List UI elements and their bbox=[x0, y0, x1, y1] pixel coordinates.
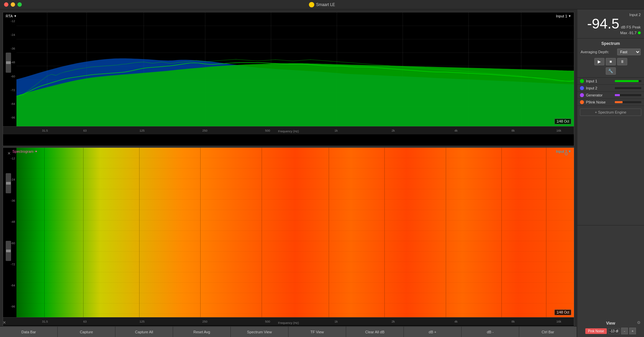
capture-button[interactable]: Capture bbox=[58, 327, 115, 337]
right-panel: Input 2 -94.5 dB FS Peak Max -91.7 Spect… bbox=[577, 9, 644, 337]
freq-label-16k: 16k bbox=[556, 129, 561, 132]
spectrum-view-button[interactable]: Spectrum View bbox=[231, 327, 288, 337]
level-meter: Input 2 -94.5 dB FS Peak Max -91.7 bbox=[577, 9, 644, 39]
level-slider-spectro-top[interactable] bbox=[6, 173, 11, 193]
title-bar: Smaart LE bbox=[0, 0, 644, 9]
freq-label-2k: 2k bbox=[392, 129, 395, 132]
freq-axis-rta: 31.5 63 125 250 500 1k 2k 4k 8k 16k Freq… bbox=[3, 126, 574, 134]
db-input[interactable] bbox=[608, 328, 620, 334]
spectro-freq-axis-label: Frequency (Hz) bbox=[278, 321, 299, 325]
data-bar-button[interactable]: Data Bar bbox=[0, 327, 58, 337]
app-icon bbox=[309, 2, 314, 7]
freq-label-1k: 1k bbox=[334, 129, 338, 132]
play-button[interactable]: ▶ bbox=[594, 58, 604, 65]
spectrogram-settings-icon[interactable]: ⚙ bbox=[564, 151, 569, 156]
spectro-freq-250: 250 bbox=[202, 320, 207, 323]
input-1-level-bar bbox=[615, 80, 642, 82]
input-item-2: Input 2 bbox=[577, 85, 644, 92]
minimize-button[interactable] bbox=[11, 2, 15, 7]
spectro-freq-63: 63 bbox=[83, 320, 87, 323]
spectro-freq-500: 500 bbox=[265, 320, 270, 323]
clear-all-db-button[interactable]: Clear All dB bbox=[346, 327, 404, 337]
octave-selector-rta[interactable]: 1/48 Oct bbox=[554, 119, 571, 124]
tf-view-button[interactable]: TF View bbox=[288, 327, 346, 337]
generator-dot bbox=[580, 93, 584, 97]
input-1-level-fill bbox=[615, 80, 639, 82]
input-items: Input 1 Input 2 Generator bbox=[577, 78, 644, 106]
spectro-freq-4k: 4k bbox=[454, 320, 458, 323]
app-title: Smaart LE bbox=[309, 2, 335, 7]
db-minus-button[interactable]: dB - bbox=[462, 327, 519, 337]
spectrogram-close-icon[interactable]: ✕ bbox=[7, 151, 11, 156]
right-spacer bbox=[577, 119, 644, 225]
y-label-5: -72 bbox=[3, 88, 16, 92]
spectrogram-label: Spectrogram bbox=[12, 149, 34, 153]
wrench-button[interactable]: 🔧 bbox=[606, 67, 616, 75]
add-spectrum-engine-button[interactable]: + Spectrum Engine bbox=[580, 109, 641, 116]
freq-label-4k: 4k bbox=[454, 129, 458, 132]
ctrl-bar-button[interactable]: Ctrl Bar bbox=[519, 327, 577, 337]
pause-button[interactable]: ⏸ bbox=[617, 58, 627, 65]
octave-selector-spectro[interactable]: 1/48 Oct bbox=[554, 310, 571, 315]
right-bottom-section: View Pink Noise - + bbox=[577, 225, 644, 337]
bottom-toolbar: Data Bar Capture Capture All Reset Avg S… bbox=[0, 326, 577, 337]
max-label: Max -91.7 bbox=[620, 31, 637, 35]
window-controls bbox=[4, 2, 22, 7]
pink-noise-button[interactable]: Pink Noise bbox=[585, 328, 607, 334]
y-label-4: -60 bbox=[3, 75, 16, 78]
input-2-dot bbox=[580, 86, 584, 90]
y-label-0: -12 bbox=[3, 19, 16, 23]
rta-canvas: -12 -24 -36 -48 -60 -72 -84 -96 bbox=[3, 12, 574, 126]
rta-dropdown-arrow[interactable]: ▼ bbox=[14, 14, 17, 18]
y-label-7: -96 bbox=[3, 116, 16, 119]
rta-input-arrow[interactable]: ▼ bbox=[568, 14, 571, 18]
capture-all-button[interactable]: Capture All bbox=[115, 327, 173, 337]
generator-level-fill bbox=[615, 94, 620, 96]
freq-label-63: 63 bbox=[83, 129, 87, 132]
level-unit: dB FS Peak bbox=[621, 25, 641, 29]
y-label-6: -84 bbox=[3, 102, 16, 106]
input-1-dot bbox=[580, 79, 584, 83]
db-plus-button[interactable]: dB + bbox=[404, 327, 462, 337]
p9ink-name: P9ink Noise bbox=[586, 100, 613, 104]
app-title-text: Smaart LE bbox=[316, 2, 335, 7]
y-label-2: -36 bbox=[3, 47, 16, 50]
spectrogram-input-arrow[interactable]: ▼ bbox=[568, 150, 571, 153]
spectrogram-canvas: -12 -24 -36 -48 -60 -72 -84 -96 bbox=[3, 148, 574, 317]
p9ink-dot bbox=[580, 100, 584, 104]
input-2-name: Input 2 bbox=[586, 86, 613, 90]
input-2-level-bar bbox=[615, 87, 642, 89]
freq-label-8k: 8k bbox=[512, 129, 515, 132]
spectrogram-panel: ✕ Spectrogram ♥ Input 1 ▼ ⚙ -12 bbox=[3, 147, 574, 326]
generator-name: Generator bbox=[586, 93, 613, 97]
spectro-freq-8k: 8k bbox=[512, 320, 515, 323]
generator-level-bar bbox=[615, 94, 642, 96]
rta-input-selector[interactable]: Input 1 ▼ bbox=[556, 14, 571, 18]
spectro-y-label: -12 bbox=[3, 157, 16, 160]
rta-title: RTA bbox=[6, 14, 13, 18]
spectrogram-input-selector[interactable]: Input 1 ▼ bbox=[556, 149, 571, 153]
main-layout: RTA ▼ Input 1 ▼ -12 -24 -36 -48 -60 -72 bbox=[0, 9, 644, 337]
stop-button[interactable]: ■ bbox=[606, 58, 616, 65]
spectrum-title: Spectrum bbox=[581, 41, 641, 46]
transport-row: ▶ ■ ⏸ bbox=[581, 58, 641, 65]
db-plus-right-button[interactable]: + bbox=[629, 328, 636, 334]
p9ink-level-fill bbox=[615, 101, 623, 103]
db-minus-right-button[interactable]: - bbox=[621, 328, 628, 334]
freq-label-125: 125 bbox=[140, 129, 145, 132]
close-button[interactable] bbox=[4, 2, 8, 7]
maximize-button[interactable] bbox=[17, 2, 22, 7]
rta-input-label: Input 1 bbox=[556, 14, 567, 18]
spectro-freq-16k: 16k bbox=[556, 320, 561, 323]
freq-label-315: 31.5 bbox=[42, 129, 48, 132]
noise-row: Pink Noise - + bbox=[580, 328, 641, 334]
reset-avg-button[interactable]: Reset Avg bbox=[173, 327, 231, 337]
avg-depth-select[interactable]: Fast Slow Medium Fastest bbox=[617, 49, 641, 55]
bottom-close-icon[interactable]: ✕ bbox=[3, 320, 6, 325]
level-slider-rta[interactable] bbox=[6, 53, 11, 73]
input-item-generator: Generator bbox=[577, 92, 644, 99]
spectrogram-heart: ♥ bbox=[35, 150, 37, 153]
avg-depth-row: Averaging Depth: Fast Slow Medium Fastes… bbox=[581, 49, 641, 55]
level-slider-spectro-mid[interactable] bbox=[6, 241, 11, 261]
rta-header: RTA ▼ Input 1 ▼ bbox=[6, 14, 571, 18]
